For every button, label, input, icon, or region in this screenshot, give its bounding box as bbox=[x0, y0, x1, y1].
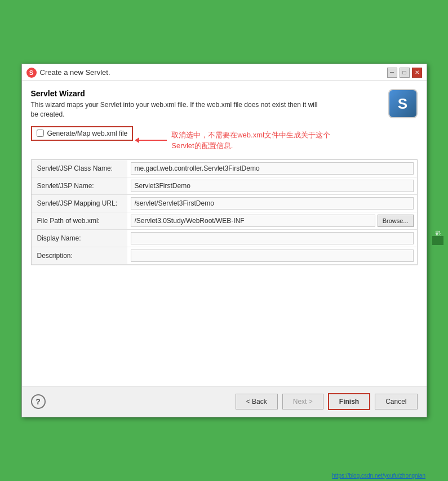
mapping-url-label: Servlet/JSP Mapping URL: bbox=[32, 195, 127, 212]
arrow-line bbox=[139, 140, 167, 141]
bottom-link[interactable]: https://blog.csdn.net/youfu/zhongnian bbox=[332, 473, 425, 479]
close-button[interactable]: ✕ bbox=[412, 68, 422, 78]
wizard-title: Servlet Wizard bbox=[31, 89, 324, 98]
app-icon: S bbox=[26, 68, 37, 78]
generate-map-checkbox-row: Generate/Map web.xml file bbox=[31, 126, 134, 141]
display-name-label: Display Name: bbox=[32, 230, 127, 247]
class-name-label: Servlet/JSP Class Name: bbox=[32, 160, 127, 177]
minimize-button[interactable]: ─ bbox=[387, 68, 397, 78]
header-text: Servlet Wizard This wizard maps your Ser… bbox=[31, 89, 324, 119]
description-input[interactable] bbox=[131, 250, 414, 262]
description-label: Description: bbox=[32, 247, 127, 265]
annotation-arrow-container: 取消选中，不需要在web.xml文件中生成关于这个Servlet的配置信息. bbox=[139, 130, 340, 152]
browse-button[interactable]: Browse... bbox=[378, 215, 414, 227]
mapping-url-value bbox=[127, 195, 417, 212]
side-tab-item[interactable]: 译 bbox=[432, 236, 443, 245]
main-window: S Create a new Servlet. ─ □ ✕ Servlet Wi… bbox=[21, 64, 427, 417]
footer-right: < Back Next > Finish Cancel bbox=[236, 393, 418, 410]
maximize-button[interactable]: □ bbox=[400, 68, 410, 78]
file-path-input[interactable] bbox=[131, 215, 375, 227]
window-title: Create a new Servlet. bbox=[40, 68, 110, 77]
wizard-description: This wizard maps your Servlet into your … bbox=[31, 100, 324, 119]
checkbox-label: Generate/Map web.xml file bbox=[47, 130, 128, 137]
header-logo: S bbox=[388, 89, 418, 118]
back-button[interactable]: < Back bbox=[236, 394, 278, 409]
title-bar: S Create a new Servlet. ─ □ ✕ bbox=[22, 64, 427, 81]
arrowhead-icon bbox=[135, 137, 139, 143]
jsp-name-label: Servlet/JSP Name: bbox=[32, 177, 127, 195]
file-path-label: File Path of web.xml: bbox=[32, 212, 127, 230]
class-name-value bbox=[127, 160, 417, 177]
title-bar-left: S Create a new Servlet. bbox=[26, 68, 110, 78]
content-spacer bbox=[31, 265, 418, 378]
generate-map-checkbox[interactable] bbox=[37, 130, 44, 137]
jsp-name-value bbox=[127, 177, 417, 195]
file-path-value: Browse... bbox=[127, 212, 417, 230]
cancel-button[interactable]: Cancel bbox=[375, 394, 417, 409]
display-name-input[interactable] bbox=[131, 232, 414, 244]
help-button[interactable]: ? bbox=[31, 394, 46, 409]
class-name-input[interactable] bbox=[131, 162, 414, 175]
jsp-name-input[interactable] bbox=[131, 180, 414, 192]
finish-button[interactable]: Finish bbox=[328, 393, 370, 410]
content-area: Servlet Wizard This wizard maps your Ser… bbox=[22, 81, 427, 386]
display-name-value bbox=[127, 230, 417, 247]
header-section: Servlet Wizard This wizard maps your Ser… bbox=[31, 89, 418, 119]
footer: ? < Back Next > Finish Cancel bbox=[22, 386, 427, 417]
file-path-with-browse: Browse... bbox=[131, 215, 414, 227]
description-value bbox=[127, 247, 417, 265]
title-bar-controls: ─ □ ✕ bbox=[387, 68, 422, 78]
form-grid: Servlet/JSP Class Name: Servlet/JSP Name… bbox=[31, 159, 418, 265]
next-button[interactable]: Next > bbox=[282, 394, 323, 409]
annotation-text: 取消选中，不需要在web.xml文件中生成关于这个Servlet的配置信息. bbox=[171, 130, 340, 152]
mapping-url-input[interactable] bbox=[131, 197, 414, 210]
side-tab: 译 bbox=[432, 236, 443, 245]
footer-left: ? bbox=[31, 394, 46, 409]
